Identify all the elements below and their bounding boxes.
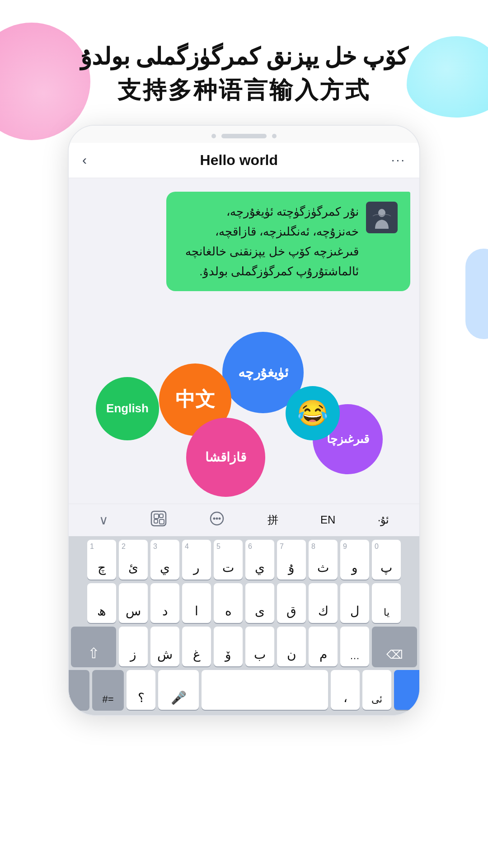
chat-header: ‹ Hello world ··· [69, 143, 419, 178]
en-button[interactable]: EN [320, 514, 335, 526]
key-ellipsis[interactable]: … [340, 627, 369, 666]
key-l[interactable]: ل [340, 583, 369, 623]
chat-title: Hello world [200, 152, 278, 169]
key-2-ei[interactable]: 2 ئ [119, 540, 148, 580]
key-ya[interactable]: يا [372, 583, 401, 623]
phone-dot-2 [272, 134, 277, 138]
space-key[interactable] [202, 670, 328, 710]
shift-key[interactable]: ⇧ [71, 627, 116, 666]
key-7-u[interactable]: 7 ۇ [277, 540, 306, 580]
key-sh[interactable]: ش [150, 627, 179, 666]
key-8-th[interactable]: 8 ث [309, 540, 338, 580]
svg-rect-6 [160, 519, 164, 524]
svg-point-8 [213, 517, 216, 519]
key-b[interactable]: ب [245, 627, 274, 666]
key-0-p[interactable]: 0 پ [372, 540, 401, 580]
phone-pill [221, 134, 267, 138]
key-3-y[interactable]: 3 ي [150, 540, 179, 580]
bubble-kyrgyz-label: قىرغىزچا [327, 432, 369, 446]
svg-rect-4 [160, 514, 163, 518]
svg-point-9 [216, 517, 218, 519]
phone-mockup: ‹ Hello world ··· نۇر كمرگۈزگۈچتە ئۈيغۇر… [68, 125, 420, 716]
key-i[interactable]: ى [245, 583, 274, 623]
svg-rect-3 [154, 514, 159, 519]
backspace-key[interactable]: ⌫ [372, 627, 417, 666]
key-s[interactable]: س [119, 583, 148, 623]
key-e[interactable]: ە [214, 583, 243, 623]
bubble-uyghur-label: ئۈيغۇرچە [238, 364, 288, 380]
emoji-symbols-key[interactable]: =# [92, 670, 124, 710]
collapse-icon[interactable]: ∨ [99, 513, 108, 528]
key-u2[interactable]: ۆ [214, 627, 243, 666]
key-h[interactable]: ھ [87, 583, 116, 623]
header-line1: كۆپ خل يپزنق كمرگۈزگملى بولدۇ [36, 41, 452, 74]
question-key[interactable]: ؟ [127, 670, 155, 710]
svg-point-10 [219, 517, 221, 519]
phone-status-bar [69, 126, 419, 143]
key-9-w[interactable]: 9 و [340, 540, 369, 580]
keyboard-bottom-row: 123 =# ؟ 🎤 ، [72, 670, 416, 710]
at-key[interactable]: ئى [362, 670, 391, 710]
bubble-english-label: English [106, 401, 149, 415]
sticker-icon[interactable] [150, 510, 167, 530]
phone-dot-1 [211, 134, 216, 138]
bubble-chinese-label: 中文 [175, 386, 215, 413]
bubble-emoji-label: 😂 [297, 398, 328, 428]
more-button[interactable]: ··· [391, 153, 406, 167]
message-bubble: نۇر كمرگۈزگۈچتە ئۈيغۇرچە، خەنزۇچە، ئەنگل… [166, 192, 410, 292]
uyghur-toolbar-button[interactable]: ئۇ· [378, 514, 389, 526]
pinyin-button[interactable]: 拼 [267, 513, 278, 527]
key-d[interactable]: د [150, 583, 179, 623]
header-line2: 支持多种语言输入方式 [36, 74, 452, 107]
key-4-r[interactable]: 4 ر [182, 540, 211, 580]
mic-key[interactable]: 🎤 [158, 670, 199, 710]
key-6-y2[interactable]: 6 ي [245, 540, 274, 580]
key-q[interactable]: ق [277, 583, 306, 623]
key-gh[interactable]: غ [182, 627, 211, 666]
chat-app: ‹ Hello world ··· نۇر كمرگۈزگۈچتە ئۈيغۇر… [69, 143, 419, 715]
header-section: كۆپ خل يپزنق كمرگۈزگملى بولدۇ 支持多种语言输入方式 [0, 0, 488, 125]
keyboard-row-2: ھ س د ا ە ى [72, 583, 416, 623]
bubble-emoji[interactable]: 😂 [286, 386, 340, 440]
bubble-kazakh-label: قازاقشا [205, 450, 246, 465]
keyboard-row-3: ⇧ ز ش غ ۆ ب [72, 627, 416, 666]
message-text: نۇر كمرگۈزگۈچتە ئۈيغۇرچە، خەنزۇچە، ئەنگل… [179, 202, 359, 282]
key-1-ch[interactable]: 1 چ [87, 540, 116, 580]
messages-area: نۇر كمرگۈزگۈچتە ئۈيغۇرچە، خەنزۇچە، ئەنگل… [69, 178, 419, 314]
key-5-t[interactable]: 5 ت [214, 540, 243, 580]
phone-container: ‹ Hello world ··· نۇر كمرگۈزگۈچتە ئۈيغۇر… [0, 125, 488, 716]
back-button[interactable]: ‹ [82, 152, 87, 168]
keyboard-row-1: 1 چ 2 ئ 3 ي 4 ر [72, 540, 416, 580]
more-tools-icon[interactable] [209, 510, 225, 530]
comma-key[interactable]: ، [331, 670, 360, 710]
bubble-english[interactable]: English [96, 377, 159, 440]
svg-rect-5 [154, 519, 158, 523]
keyboard: 1 چ 2 ئ 3 ي 4 ر [69, 536, 419, 715]
key-n[interactable]: ن [277, 627, 306, 666]
numbers-key[interactable]: 123 [68, 670, 89, 710]
key-z[interactable]: ز [119, 627, 148, 666]
key-a[interactable]: ا [182, 583, 211, 623]
enter-key[interactable]: ↵ [394, 670, 420, 710]
bubbles-overlay: ئۈيغۇرچە 中文 English قىرغىزچا 😂 [69, 314, 419, 504]
message-avatar [366, 202, 398, 233]
key-k[interactable]: ك [309, 583, 338, 623]
key-m[interactable]: م [309, 627, 338, 666]
bubble-kazakh-active[interactable]: قازاقشا [186, 418, 265, 497]
keyboard-toolbar: ∨ [69, 504, 419, 536]
